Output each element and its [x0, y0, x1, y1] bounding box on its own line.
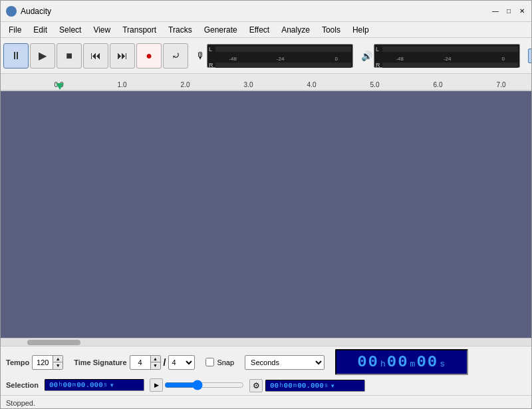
- track-area[interactable]: [1, 91, 532, 338]
- loop-button[interactable]: ⤾: [163, 43, 188, 68]
- menu-help[interactable]: Help: [347, 24, 374, 36]
- skip-back-button[interactable]: ⏮: [83, 43, 108, 68]
- time-unit-h: h: [380, 359, 386, 371]
- vu-right-label: R: [209, 62, 214, 68]
- sel2-unit-h: h: [279, 382, 283, 389]
- time-sig-num: 4: [130, 358, 150, 366]
- sel2-h: 00: [270, 382, 279, 390]
- ruler-tick-1: 1.0: [90, 81, 154, 88]
- sel1-h: 00: [49, 381, 58, 389]
- time-display: 00 h 00 m 00 s: [335, 349, 468, 375]
- mini-slider: [164, 378, 244, 392]
- main-content: 0.0 1.0 2.0 3.0 4.0 5.0 6.0 7.0 Tempo: [1, 74, 532, 395]
- time-unit-s: s: [440, 359, 445, 371]
- tempo-up[interactable]: ▲: [53, 356, 63, 362]
- maximize-button[interactable]: □: [503, 6, 514, 17]
- sel1-dropdown[interactable]: ▼: [109, 382, 114, 388]
- app-title: Audacity: [21, 7, 490, 16]
- menu-effect[interactable]: Effect: [244, 24, 275, 36]
- time-sig-num-spinbox[interactable]: 4 ▲ ▼: [130, 355, 161, 370]
- playback-ruler: 0.0 1.0 2.0 3.0 4.0 5.0 6.0 7.0: [1, 74, 532, 91]
- pause-button[interactable]: ⏸: [3, 43, 29, 68]
- seconds-select[interactable]: Seconds Beats Samples: [245, 355, 325, 370]
- menu-view[interactable]: View: [88, 24, 116, 36]
- sel1-unit-h: h: [59, 382, 62, 388]
- vu-out-right-bar: [382, 63, 518, 68]
- menu-analyze[interactable]: Analyze: [276, 24, 315, 36]
- tempo-group: Tempo 120 ▲ ▼: [6, 355, 63, 370]
- time-sig-num-down[interactable]: ▼: [151, 362, 160, 369]
- selection-time-2: 00 h 00 m 00.000 s ▼: [265, 380, 365, 392]
- sel2-m: 00: [284, 382, 293, 390]
- time-hours: 00: [357, 353, 379, 371]
- snap-checkbox[interactable]: [205, 358, 214, 366]
- sel2-s: 00.000: [297, 382, 324, 390]
- vu-output-meter[interactable]: L -48 -24 0 R: [374, 44, 520, 68]
- svg-text:-24: -24: [444, 56, 452, 61]
- svg-text:-24: -24: [277, 56, 285, 61]
- menu-generate[interactable]: Generate: [199, 24, 243, 36]
- ruler-tick-5: 5.0: [343, 81, 406, 88]
- tempo-spinners: ▲ ▼: [53, 356, 63, 369]
- minimize-button[interactable]: —: [490, 6, 501, 17]
- ruler-tick-6: 6.0: [406, 81, 469, 88]
- menu-file[interactable]: File: [3, 24, 27, 36]
- menu-bar: File Edit Select View Transport Tracks G…: [1, 22, 532, 38]
- time-unit-m: m: [410, 359, 416, 371]
- transport-mini: ▶: [150, 378, 244, 392]
- svg-text:-48: -48: [396, 56, 404, 61]
- bottom-row2: Selection 00 h 00 m 00.000 s ▼ ▶: [6, 378, 527, 392]
- play-button[interactable]: ▶: [30, 43, 55, 68]
- close-button[interactable]: ✕: [517, 6, 527, 17]
- menu-select[interactable]: Select: [54, 24, 86, 36]
- select-tool[interactable]: I: [528, 49, 532, 63]
- bottom-controls: Tempo 120 ▲ ▼ Time Signature 4: [1, 346, 532, 395]
- sel2-dropdown[interactable]: ▼: [330, 383, 335, 389]
- vu-out-left-bar: [382, 47, 518, 52]
- snap-group: Snap: [205, 358, 234, 366]
- menu-transport[interactable]: Transport: [117, 24, 162, 36]
- tempo-down[interactable]: ▼: [53, 362, 63, 369]
- time-sig-num-spinners: ▲ ▼: [150, 356, 160, 369]
- time-sig-label: Time Signature: [74, 358, 126, 366]
- time-sig-divider: /: [164, 357, 166, 368]
- sel1-unit-m: m: [72, 382, 76, 388]
- mini-range-input[interactable]: [164, 380, 244, 390]
- mini-play-button[interactable]: ▶: [150, 378, 163, 392]
- selection-time-1: 00 h 00 m 00.000 s ▼: [45, 379, 144, 391]
- time-sig-num-up[interactable]: ▲: [151, 356, 160, 362]
- skip-forward-button[interactable]: ⏭: [110, 43, 135, 68]
- time-sig-denom-select[interactable]: 4 8: [168, 355, 195, 370]
- app-icon: [6, 6, 17, 17]
- transport-controls: ⏸ ▶ ■ ⏮ ⏭ ● ⤾: [3, 43, 188, 68]
- horizontal-scrollbar[interactable]: [1, 338, 532, 346]
- tempo-value: 120: [33, 358, 53, 366]
- tempo-spinbox[interactable]: 120 ▲ ▼: [32, 355, 63, 370]
- record-button[interactable]: ●: [136, 43, 162, 68]
- vu-output-section: 🔊 L -48 -24 0: [361, 44, 520, 68]
- snap-label: Snap: [217, 358, 234, 366]
- gear-row: ⚙ 00 h 00 m 00.000 s ▼: [249, 379, 365, 392]
- menu-tracks[interactable]: Tracks: [163, 24, 198, 36]
- gear-button[interactable]: ⚙: [249, 379, 263, 392]
- stop-button[interactable]: ■: [57, 43, 82, 68]
- vu-left-label: L: [209, 46, 214, 53]
- menu-edit[interactable]: Edit: [28, 24, 53, 36]
- sel1-s: 00.000: [76, 381, 103, 389]
- ruler-tick-2: 2.0: [154, 81, 217, 88]
- sel1-unit-s: s: [104, 382, 107, 388]
- window-controls: — □ ✕: [490, 6, 527, 17]
- svg-text:0: 0: [335, 56, 338, 61]
- scrollbar-thumb[interactable]: [27, 340, 80, 345]
- bottom-row1: Tempo 120 ▲ ▼ Time Signature 4: [6, 349, 527, 375]
- playhead-triangle: [56, 83, 64, 90]
- tempo-label: Tempo: [6, 358, 29, 366]
- vu-input-meter[interactable]: L -48 -24 0 R: [207, 44, 353, 68]
- vu-out-left-label: L: [376, 46, 381, 53]
- menu-tools[interactable]: Tools: [317, 24, 346, 36]
- seconds-group: Seconds Beats Samples: [245, 355, 325, 370]
- time-minutes: 00: [387, 353, 409, 371]
- vu-out-right-label: R: [376, 62, 381, 68]
- sel2-unit-s: s: [325, 382, 328, 389]
- status-bar: Stopped.: [1, 395, 532, 409]
